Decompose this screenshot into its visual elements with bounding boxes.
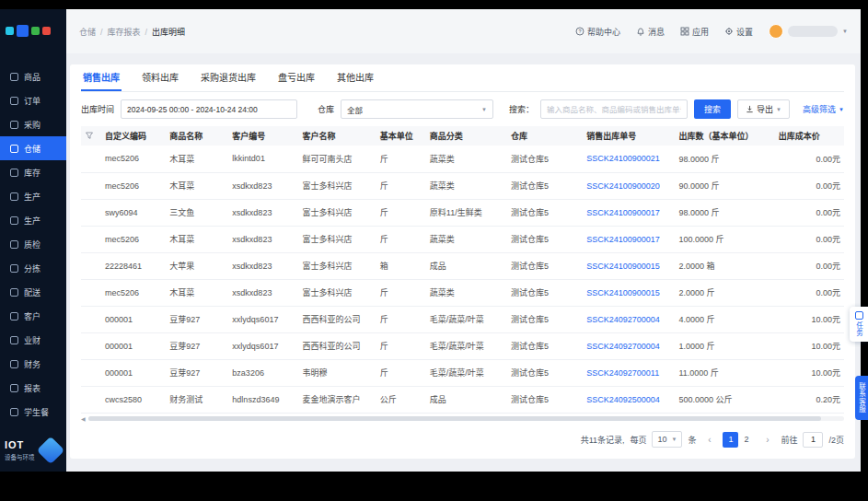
cell-outbound-order-link[interactable]: SSCK24092700004 xyxy=(583,332,675,359)
task-float-button[interactable]: 任务 xyxy=(850,307,868,342)
sidebar-menu-item[interactable]: 库存 xyxy=(0,160,66,184)
messages-button[interactable]: 消息 xyxy=(636,26,665,38)
menu-item-label: 商品 xyxy=(24,71,41,83)
goto-page-input[interactable] xyxy=(803,432,823,448)
column-header: 自定义编码 xyxy=(101,126,166,146)
cell-warehouse: 测试仓库5 xyxy=(507,199,583,226)
table-header-row: 自定义编码商品名称客户编号客户名称基本单位商品分类仓库销售出库单号出库数（基本单… xyxy=(81,126,844,146)
column-filter-cell[interactable] xyxy=(81,126,101,146)
search-button[interactable]: 搜索 xyxy=(694,99,731,119)
page-number-button[interactable]: 1 xyxy=(723,432,738,448)
cell-customer-code: xsdkxd823 xyxy=(228,172,298,199)
cell-outbound-order-link[interactable]: SSCK24100900015 xyxy=(583,279,675,306)
cell-category: 毛菜/蔬菜/叶菜 xyxy=(426,332,507,359)
page-numbers: 12 xyxy=(723,432,754,448)
sidebar-menu-item[interactable]: 配送 xyxy=(0,280,66,304)
customer-service-float-button[interactable]: 联系客服 xyxy=(855,376,868,420)
cell-outbound-qty: 2.0000 箱 xyxy=(675,252,774,279)
sidebar-menu-item[interactable]: 生产 xyxy=(0,184,66,208)
sidebar-menu-item[interactable]: 生产 xyxy=(0,208,66,232)
menu-item-label: 采购 xyxy=(24,119,41,131)
outbound-tabs: 销售出库 领料出库 采购退货出库 盘亏出库 其他出库 xyxy=(81,64,844,92)
sidebar-menu-item[interactable]: 业财 xyxy=(0,328,66,352)
sidebar-menu-item[interactable]: 分拣 xyxy=(0,256,66,280)
breadcrumb-item[interactable]: 库存报表 xyxy=(96,26,141,38)
table-row: 22228461 大苹果 xsdkxd823 富士多科兴店 箱 成品 测试仓库5… xyxy=(81,252,844,279)
outbound-table: 自定义编码商品名称客户编号客户名称基本单位商品分类仓库销售出库单号出库数（基本单… xyxy=(81,126,844,414)
column-header: 基本单位 xyxy=(376,126,426,146)
page-size-select[interactable]: 10 ▼ xyxy=(652,431,682,448)
chevron-down-icon: ▼ xyxy=(839,107,844,112)
cell-customer-code: xxlydqs6017 xyxy=(228,306,298,332)
page-number-button[interactable]: 2 xyxy=(738,432,754,448)
cell-base-unit: 斤 xyxy=(376,146,426,172)
apps-button[interactable]: 应用 xyxy=(680,26,709,38)
cell-category: 成品 xyxy=(426,386,507,413)
cell-outbound-order-link[interactable]: SSCK24100900015 xyxy=(583,252,675,279)
sidebar-menu-item[interactable]: 采购 xyxy=(0,112,66,136)
iot-logo-icon xyxy=(36,437,64,465)
iot-footer[interactable]: IOT 设备与环境 xyxy=(0,429,66,472)
sidebar-menu-item[interactable]: 质检 xyxy=(0,232,66,256)
logo-square-red xyxy=(42,27,51,35)
cell-outbound-order-link[interactable]: SSCK24092700011 xyxy=(583,359,675,386)
menu-item-label: 分拣 xyxy=(24,262,41,274)
cell-cost-price: 10.00元 xyxy=(775,306,844,332)
menu-item-label: 学生餐 xyxy=(24,406,49,418)
cell-outbound-order-link[interactable]: SSCK24092700004 xyxy=(583,306,675,332)
cell-outbound-order-link[interactable]: SSCK24100900017 xyxy=(583,199,675,226)
column-header: 出库数（基本单位） xyxy=(675,126,774,146)
sidebar-menu-item[interactable]: 学生餐 xyxy=(0,400,66,424)
sidebar: 商品 订单 采购 仓储 xyxy=(0,9,66,472)
warehouse-select[interactable]: 全部 ▼ xyxy=(341,99,493,119)
outbound-tab[interactable]: 盘亏出库 xyxy=(276,64,317,91)
cell-customer-code: xsdkxd823 xyxy=(228,199,298,226)
sidebar-menu-item[interactable]: 仓储 xyxy=(0,136,66,160)
column-header: 仓库 xyxy=(507,126,583,146)
export-button[interactable]: 导出 ▼ xyxy=(737,99,790,119)
help-center-button[interactable]: ? 帮助中心 xyxy=(575,26,620,38)
cell-outbound-order-link[interactable]: SSCK24100900020 xyxy=(583,172,675,199)
scroll-left-icon[interactable]: ◀ xyxy=(81,416,86,422)
cell-customer-name: 富士多科兴店 xyxy=(299,279,376,306)
settings-button[interactable]: 设置 xyxy=(724,26,753,38)
column-header: 客户名称 xyxy=(299,126,376,146)
outbound-tab[interactable]: 采购退货出库 xyxy=(199,64,258,91)
breadcrumb-item[interactable]: 仓储 xyxy=(79,26,96,38)
cell-cost-price: 10.00元 xyxy=(775,359,844,386)
page: 商品 订单 采购 仓储 xyxy=(0,0,868,501)
sidebar-menu-item[interactable]: 财务 xyxy=(0,352,66,376)
cell-outbound-qty: 98.0000 斤 xyxy=(675,199,774,226)
sidebar-menu-item[interactable]: 商品 xyxy=(0,64,66,88)
chevron-down-icon: ▼ xyxy=(776,107,781,112)
customer-service-label: 联系客服 xyxy=(857,382,867,414)
outbound-tab[interactable]: 销售出库 xyxy=(81,64,122,91)
date-range-input[interactable]: 2024-09-25 00:00 - 2024-10-24 24:00 xyxy=(121,99,297,119)
search-label: 搜索： xyxy=(509,103,534,115)
cell-outbound-order-link[interactable]: SSCK24092500004 xyxy=(583,386,675,413)
sidebar-menu-item[interactable]: 订单 xyxy=(0,88,66,112)
scrollbar-thumb[interactable] xyxy=(88,416,822,421)
cell-outbound-order-link[interactable]: SSCK24100900017 xyxy=(583,226,675,252)
help-icon: ? xyxy=(575,27,584,36)
menu-item-label: 财务 xyxy=(24,358,41,370)
sidebar-menu-item[interactable]: 报表 xyxy=(0,376,66,400)
cell-warehouse: 测试仓库5 xyxy=(507,306,583,332)
table-row: 000001 豆芽927 bza3206 韦明穆 斤 毛菜/蔬菜/叶菜 测试仓库… xyxy=(81,359,844,386)
cell-outbound-order-link[interactable]: SSCK24100900021 xyxy=(583,146,675,172)
prev-page-button[interactable]: ‹ xyxy=(701,432,717,448)
breadcrumb-item[interactable]: 出库明细 xyxy=(141,26,186,38)
advanced-filter-link[interactable]: 高级筛选 ▼ xyxy=(803,103,844,115)
cell-customer-name: 鲜可可南头店 xyxy=(299,146,376,172)
cell-customer-name: 富士多科兴店 xyxy=(299,252,376,279)
outbound-tab[interactable]: 领料出库 xyxy=(140,64,180,91)
search-input[interactable] xyxy=(540,99,688,119)
user-menu[interactable]: ▼ xyxy=(769,24,848,39)
cell-category: 蔬菜类 xyxy=(426,172,507,199)
next-page-button[interactable]: › xyxy=(759,432,775,448)
outbound-tab[interactable]: 其他出库 xyxy=(335,64,376,91)
scrollbar-track[interactable] xyxy=(88,416,844,421)
sidebar-menu-item[interactable]: 客户 xyxy=(0,304,66,328)
menu-item-label: 质检 xyxy=(24,239,41,250)
app-logo xyxy=(0,9,66,52)
